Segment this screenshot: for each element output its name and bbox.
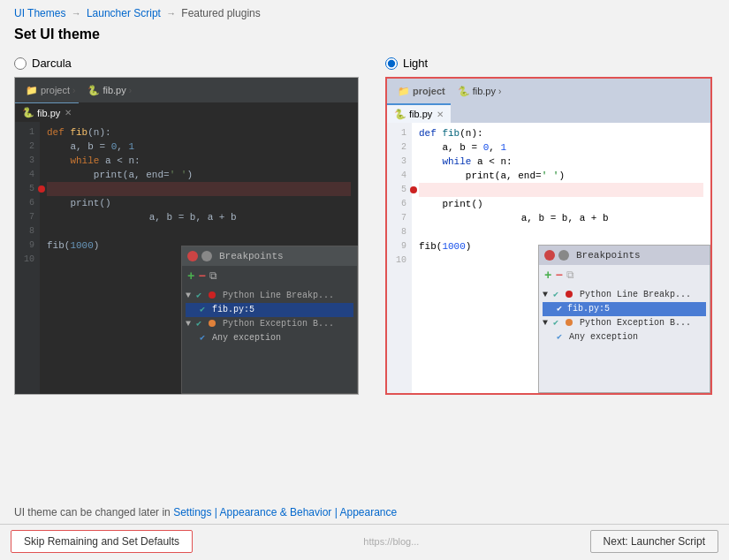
light-tab-bar: 📁 project 🐍 fib.py › xyxy=(387,79,710,103)
light-bp-add[interactable]: + xyxy=(544,269,551,283)
dark-active-tab-bar: 🐍 fib.py ✕ xyxy=(15,102,358,122)
bottom-info: UI theme can be changed later in Setting… xyxy=(0,496,729,524)
code-line-4: print(a, end=' ') xyxy=(47,168,351,182)
light-code-line-3: while a < n: xyxy=(419,155,703,169)
darcula-label: Darcula xyxy=(32,57,72,70)
light-breakpoints-panel: Breakpoints + − ⧉ ▼ ✔ xyxy=(538,245,710,393)
next-button[interactable]: Next: Launcher Script xyxy=(590,530,718,553)
theme-option-darcula: Darcula 📁 project › 🐍 fib.py xyxy=(14,57,359,496)
dark-bp-remove[interactable]: − xyxy=(198,269,205,284)
light-bp-list: ▼ ✔ Python Line Breakp... ✔ fib.py:5 xyxy=(539,286,710,346)
page-title: Set UI theme xyxy=(0,23,729,57)
light-fib-tab-inactive: 🐍 fib.py › xyxy=(452,84,507,99)
breadcrumb-item-2[interactable]: Launcher Script xyxy=(87,7,161,19)
code-line-7 xyxy=(47,210,351,224)
light-bp-toolbar: + − ⧉ xyxy=(539,265,710,286)
dark-tab-bar: 📁 project › 🐍 fib.py › xyxy=(15,78,358,102)
light-bp-item-selected[interactable]: ✔ fib.py:5 xyxy=(543,302,706,316)
light-bp-item-exception[interactable]: ✔ Any exception xyxy=(543,330,706,344)
light-bp-min[interactable] xyxy=(558,250,569,261)
code-line-3: while a < n: xyxy=(47,154,351,168)
dark-active-tab: 🐍 fib.py ✕ xyxy=(15,102,79,122)
light-bp-title: Breakpoints xyxy=(576,250,641,261)
light-project-folder: 📁 project xyxy=(392,84,451,99)
dark-bp-item-exception[interactable]: ✔ Any exception xyxy=(186,331,353,345)
darcula-radio-label[interactable]: Darcula xyxy=(14,57,72,70)
light-code-line-6: print() xyxy=(419,197,703,211)
bottom-info-text: UI theme can be changed later in xyxy=(14,506,173,518)
dark-bp-group-1: ▼ ✔ Python Line Breakp... xyxy=(186,289,353,303)
dark-bp-item-selected[interactable]: ✔ fib.py:5 xyxy=(186,303,353,317)
folder-icon: 📁 xyxy=(26,85,38,96)
dark-breakpoints-panel: Breakpoints + − ⧉ ▼ ✔ xyxy=(181,246,358,394)
skip-button[interactable]: Skip Remaining and Set Defaults xyxy=(11,530,193,553)
breadcrumb-item-3: Featured plugins xyxy=(181,7,260,19)
code-line-5: a, b = b, a + b xyxy=(47,182,351,196)
light-code-line-2: a, b = 0, 1 xyxy=(419,140,703,155)
dark-bp-header: Breakpoints xyxy=(182,246,357,266)
dark-line-numbers: 12345 678910 xyxy=(15,122,40,394)
dark-bp-min[interactable] xyxy=(201,251,212,261)
active-file-icon-dark: 🐍 xyxy=(22,107,34,118)
code-line-6: print() xyxy=(47,196,351,210)
light-label: Light xyxy=(403,57,428,70)
light-code-line-8 xyxy=(419,225,703,239)
dark-project-folder: 📁 project › xyxy=(20,83,80,98)
dark-bp-list: ▼ ✔ Python Line Breakp... ✔ fib.py:5 xyxy=(182,287,357,347)
dark-bp-close[interactable] xyxy=(187,251,198,261)
light-code-line-1: def fib(n): xyxy=(419,126,703,140)
dark-bp-title: Breakpoints xyxy=(219,251,284,261)
code-line-2: a, b = 0, 1 xyxy=(47,140,351,154)
light-editor: 📁 project 🐍 fib.py › 🐍 fib.p xyxy=(387,79,710,393)
main-window: UI Themes → Launcher Script → Featured p… xyxy=(0,0,729,560)
light-active-file-icon: 🐍 xyxy=(394,109,406,120)
light-bp-dot-orange-icon xyxy=(566,319,573,326)
darcula-radio[interactable] xyxy=(14,57,27,70)
bp-dot-red-icon xyxy=(209,291,216,299)
light-active-tab-bar: 🐍 fib.py ✕ xyxy=(387,103,710,123)
code-line-8 xyxy=(47,224,351,238)
light-bp-remove[interactable]: − xyxy=(555,269,562,283)
light-code-line-7 xyxy=(419,211,703,225)
file-icon: 🐍 xyxy=(87,85,100,96)
url-hint: https://blog... xyxy=(363,536,419,547)
light-bp-group-1: ▼ ✔ Python Line Breakp... xyxy=(543,288,706,302)
light-line-numbers: 12345 678910 xyxy=(387,123,412,393)
darcula-preview: 📁 project › 🐍 fib.py › 🐍 xyxy=(14,77,359,395)
themes-area: Darcula 📁 project › 🐍 fib.py xyxy=(0,57,729,496)
dark-code-area: 12345 678910 def fib(n): a, b = 0, 1 whi… xyxy=(15,122,358,394)
light-active-tab: 🐍 fib.py ✕ xyxy=(387,103,451,123)
light-file-icon: 🐍 xyxy=(458,86,470,97)
dark-editor: 📁 project › 🐍 fib.py › 🐍 xyxy=(15,78,358,394)
settings-link[interactable]: Settings | Appearance & Behavior | Appea… xyxy=(173,506,397,518)
breadcrumb-sep-1: → xyxy=(72,8,84,19)
theme-option-light: Light 📁 project 🐍 fib.py › xyxy=(385,57,712,496)
light-bp-dot-red-icon xyxy=(566,291,573,298)
light-radio[interactable] xyxy=(385,57,398,70)
light-bp-group-2: ▼ ✔ Python Exception B... xyxy=(543,316,706,330)
breadcrumb-item-1[interactable]: UI Themes xyxy=(14,7,65,19)
bp-dot-orange-icon xyxy=(209,320,216,327)
light-code-line-4: print(a, end=' ') xyxy=(419,169,703,183)
light-folder-icon: 📁 xyxy=(398,86,410,97)
light-radio-label[interactable]: Light xyxy=(385,57,428,70)
breadcrumb: UI Themes → Launcher Script → Featured p… xyxy=(0,0,729,23)
dark-bp-group-2: ▼ ✔ Python Exception B... xyxy=(186,317,353,331)
light-bp-header: Breakpoints xyxy=(539,246,710,265)
dark-bp-toolbar: + − ⧉ xyxy=(182,266,357,287)
dark-bp-copy[interactable]: ⧉ xyxy=(209,270,217,283)
breadcrumb-sep-2: → xyxy=(166,8,178,19)
light-code-line-5: a, b = b, a + b xyxy=(419,183,703,197)
footer-bar: Skip Remaining and Set Defaults https://… xyxy=(0,524,729,560)
light-bp-close[interactable] xyxy=(544,250,555,261)
light-preview: 📁 project 🐍 fib.py › 🐍 fib.p xyxy=(385,77,712,395)
light-bp-copy[interactable]: ⧉ xyxy=(566,269,574,282)
light-code-area: 12345 678910 def fib(n): a, b = 0, 1 whi… xyxy=(387,123,710,393)
dark-bp-add[interactable]: + xyxy=(187,269,194,284)
dark-fib-tab-inactive: 🐍 fib.py › xyxy=(82,83,137,98)
code-line-1: def fib(n): xyxy=(47,125,351,140)
